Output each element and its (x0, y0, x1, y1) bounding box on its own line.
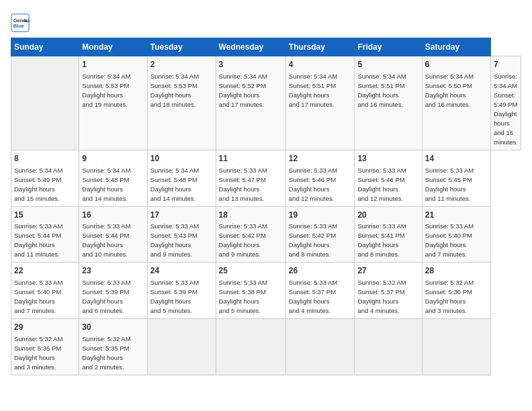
day-number: 23 (82, 265, 144, 277)
day-info: Sunrise: 5:34 AMSunset: 5:53 PMDaylight … (82, 73, 130, 108)
calendar-day-cell: 29Sunrise: 5:32 AMSunset: 5:35 PMDayligh… (11, 319, 79, 375)
calendar-week-1: 1Sunrise: 5:34 AMSunset: 5:53 PMDaylight… (11, 56, 521, 150)
day-number: 17 (150, 210, 213, 221)
day-info: Sunrise: 5:33 AMSunset: 5:45 PMDaylight … (425, 167, 474, 202)
day-number: 7 (494, 59, 518, 71)
logo-icon: General Blue (11, 13, 30, 32)
day-info: Sunrise: 5:33 AMSunset: 5:41 PMDaylight … (357, 222, 406, 258)
calendar-day-cell: 13Sunrise: 5:33 AMSunset: 5:46 PMDayligh… (355, 150, 422, 206)
day-number: 5 (357, 59, 418, 71)
day-info: Sunrise: 5:34 AMSunset: 5:51 PMDaylight … (357, 73, 406, 108)
day-number: 4 (289, 59, 352, 71)
calendar-day-cell: 30Sunrise: 5:32 AMSunset: 5:35 PMDayligh… (79, 319, 148, 375)
day-number: 15 (14, 210, 76, 221)
day-number: 25 (219, 265, 283, 277)
calendar-header-row: SundayMondayTuesdayWednesdayThursdayFrid… (11, 38, 521, 56)
calendar-day-cell: 18Sunrise: 5:33 AMSunset: 5:42 PMDayligh… (216, 206, 285, 263)
weekday-header-sunday: Sunday (11, 38, 79, 56)
calendar-day-cell: 8Sunrise: 5:34 AMSunset: 5:49 PMDaylight… (11, 150, 79, 206)
calendar-day-cell: 4Sunrise: 5:34 AMSunset: 5:51 PMDaylight… (285, 56, 355, 150)
day-number: 19 (289, 210, 352, 221)
empty-cell (11, 56, 79, 150)
day-number: 26 (289, 265, 352, 277)
calendar-day-cell: 21Sunrise: 5:33 AMSunset: 5:40 PMDayligh… (422, 206, 490, 263)
page-header: General Blue (11, 11, 521, 32)
day-number: 24 (150, 265, 213, 277)
day-number: 6 (425, 59, 488, 71)
day-info: Sunrise: 5:33 AMSunset: 5:47 PMDaylight … (219, 167, 267, 202)
calendar-day-cell: 19Sunrise: 5:33 AMSunset: 5:42 PMDayligh… (285, 206, 355, 263)
day-number: 28 (425, 265, 488, 277)
day-info: Sunrise: 5:33 AMSunset: 5:46 PMDaylight … (289, 167, 337, 202)
day-number: 13 (357, 153, 418, 165)
calendar-day-cell: 9Sunrise: 5:34 AMSunset: 5:48 PMDaylight… (79, 150, 148, 206)
day-number: 9 (82, 153, 144, 165)
calendar-day-cell: 25Sunrise: 5:33 AMSunset: 5:38 PMDayligh… (216, 263, 285, 319)
day-info: Sunrise: 5:33 AMSunset: 5:42 PMDaylight … (219, 222, 267, 258)
day-number: 1 (82, 59, 144, 71)
day-number: 21 (425, 210, 488, 221)
weekday-header-friday: Friday (355, 38, 422, 56)
calendar-week-4: 22Sunrise: 5:33 AMSunset: 5:40 PMDayligh… (11, 263, 521, 319)
day-number: 2 (150, 59, 213, 71)
day-number: 30 (82, 322, 144, 333)
calendar-day-cell (355, 319, 422, 375)
calendar-day-cell: 23Sunrise: 5:33 AMSunset: 5:39 PMDayligh… (79, 263, 148, 319)
day-info: Sunrise: 5:33 AMSunset: 5:42 PMDaylight … (289, 222, 337, 258)
day-info: Sunrise: 5:32 AMSunset: 5:35 PMDaylight … (82, 335, 130, 371)
calendar-day-cell: 20Sunrise: 5:33 AMSunset: 5:41 PMDayligh… (355, 206, 422, 263)
calendar-day-cell: 7Sunrise: 5:34 AMSunset: 5:49 PMDaylight… (491, 56, 521, 150)
calendar-day-cell: 5Sunrise: 5:34 AMSunset: 5:51 PMDaylight… (355, 56, 422, 150)
day-info: Sunrise: 5:33 AMSunset: 5:40 PMDaylight … (14, 279, 62, 314)
day-number: 27 (357, 265, 418, 277)
calendar-day-cell: 16Sunrise: 5:33 AMSunset: 5:44 PMDayligh… (79, 206, 148, 263)
calendar-day-cell: 3Sunrise: 5:34 AMSunset: 5:52 PMDaylight… (216, 56, 285, 150)
day-info: Sunrise: 5:34 AMSunset: 5:48 PMDaylight … (82, 167, 130, 202)
day-number: 18 (219, 210, 283, 221)
day-number: 20 (357, 210, 418, 221)
calendar-day-cell: 28Sunrise: 5:32 AMSunset: 5:36 PMDayligh… (422, 263, 490, 319)
calendar-day-cell: 12Sunrise: 5:33 AMSunset: 5:46 PMDayligh… (285, 150, 355, 206)
calendar-day-cell (216, 319, 285, 375)
logo: General Blue (11, 13, 30, 32)
calendar-day-cell: 2Sunrise: 5:34 AMSunset: 5:53 PMDaylight… (147, 56, 216, 150)
calendar-week-3: 15Sunrise: 5:33 AMSunset: 5:44 PMDayligh… (11, 206, 521, 263)
day-info: Sunrise: 5:33 AMSunset: 5:39 PMDaylight … (150, 279, 199, 314)
calendar-day-cell: 10Sunrise: 5:34 AMSunset: 5:48 PMDayligh… (147, 150, 216, 206)
calendar-day-cell: 14Sunrise: 5:33 AMSunset: 5:45 PMDayligh… (422, 150, 490, 206)
calendar-body: 1Sunrise: 5:34 AMSunset: 5:53 PMDaylight… (11, 56, 521, 375)
calendar-day-cell (285, 319, 355, 375)
calendar-day-cell: 27Sunrise: 5:32 AMSunset: 5:37 PMDayligh… (355, 263, 422, 319)
weekday-header-monday: Monday (79, 38, 148, 56)
day-info: Sunrise: 5:33 AMSunset: 5:37 PMDaylight … (289, 279, 337, 314)
calendar-table: SundayMondayTuesdayWednesdayThursdayFrid… (11, 38, 521, 375)
calendar-day-cell: 15Sunrise: 5:33 AMSunset: 5:44 PMDayligh… (11, 206, 79, 263)
calendar-day-cell (147, 319, 216, 375)
day-info: Sunrise: 5:32 AMSunset: 5:37 PMDaylight … (357, 279, 406, 314)
day-number: 12 (289, 153, 352, 165)
calendar-day-cell (422, 319, 490, 375)
day-number: 3 (219, 59, 283, 71)
day-info: Sunrise: 5:33 AMSunset: 5:44 PMDaylight … (14, 222, 62, 258)
day-number: 14 (425, 153, 488, 165)
day-number: 29 (14, 322, 76, 333)
day-number: 22 (14, 265, 76, 277)
day-info: Sunrise: 5:34 AMSunset: 5:49 PMDaylight … (494, 73, 518, 146)
day-number: 8 (14, 153, 76, 165)
day-info: Sunrise: 5:32 AMSunset: 5:35 PMDaylight … (14, 335, 62, 371)
day-info: Sunrise: 5:34 AMSunset: 5:51 PMDaylight … (289, 73, 337, 108)
weekday-header-tuesday: Tuesday (147, 38, 216, 56)
day-info: Sunrise: 5:33 AMSunset: 5:43 PMDaylight … (150, 222, 199, 258)
day-info: Sunrise: 5:34 AMSunset: 5:53 PMDaylight … (150, 73, 199, 108)
calendar-day-cell: 17Sunrise: 5:33 AMSunset: 5:43 PMDayligh… (147, 206, 216, 263)
day-info: Sunrise: 5:33 AMSunset: 5:46 PMDaylight … (357, 167, 406, 202)
weekday-header-thursday: Thursday (285, 38, 355, 56)
calendar-week-2: 8Sunrise: 5:34 AMSunset: 5:49 PMDaylight… (11, 150, 521, 206)
day-info: Sunrise: 5:33 AMSunset: 5:39 PMDaylight … (82, 279, 130, 314)
calendar-week-5: 29Sunrise: 5:32 AMSunset: 5:35 PMDayligh… (11, 319, 521, 375)
day-info: Sunrise: 5:34 AMSunset: 5:52 PMDaylight … (219, 73, 267, 108)
day-info: Sunrise: 5:33 AMSunset: 5:44 PMDaylight … (82, 222, 130, 258)
svg-text:Blue: Blue (13, 23, 24, 29)
day-info: Sunrise: 5:34 AMSunset: 5:50 PMDaylight … (425, 73, 474, 108)
calendar-day-cell: 11Sunrise: 5:33 AMSunset: 5:47 PMDayligh… (216, 150, 285, 206)
